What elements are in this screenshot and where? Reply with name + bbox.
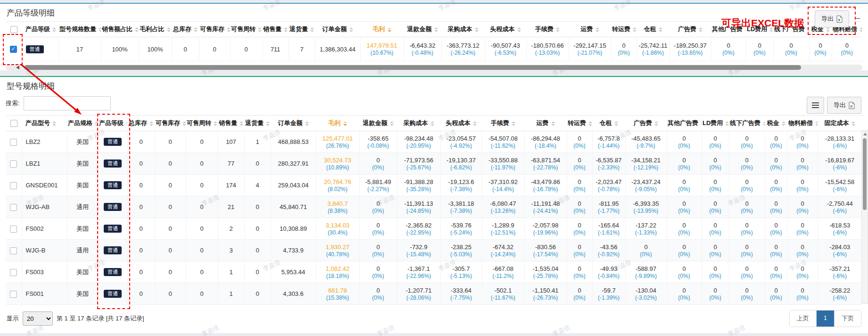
column-header[interactable]: LD费用: [746, 22, 773, 37]
sort-icon[interactable]: [595, 27, 599, 32]
column-header[interactable]: 物料赔偿: [787, 116, 818, 131]
column-header[interactable]: 线下广告费: [729, 116, 765, 131]
column-header[interactable]: 退款金额: [404, 22, 441, 37]
column-header[interactable]: 税金: [765, 116, 787, 131]
sort-icon[interactable]: [349, 27, 353, 32]
column-header[interactable]: 可售周转: [230, 22, 262, 37]
sort-icon[interactable]: [860, 27, 862, 32]
column-header[interactable]: 退货量: [244, 116, 271, 131]
column-header[interactable]: 其他广告费: [667, 116, 702, 131]
sort-icon[interactable]: [126, 121, 127, 126]
sort-icon[interactable]: [633, 27, 637, 32]
scroll-left-arrow-icon[interactable]: [16, 66, 19, 69]
sort-icon[interactable]: [284, 27, 288, 32]
row-checkbox-checked[interactable]: [10, 46, 17, 53]
column-header[interactable]: 产品等级: [22, 22, 58, 37]
current-page-button[interactable]: 1: [816, 311, 834, 327]
column-header[interactable]: 手续费: [482, 116, 524, 131]
column-header[interactable]: LD费用: [702, 116, 729, 131]
row-checkbox[interactable]: [10, 226, 17, 233]
sort-icon[interactable]: [769, 27, 773, 32]
export-button-model[interactable]: 导出 X: [827, 97, 861, 114]
next-page-button[interactable]: 下页: [834, 311, 861, 327]
column-header[interactable]: 手续费: [526, 22, 569, 37]
sort-icon[interactable]: [52, 27, 56, 32]
sort-icon[interactable]: [551, 121, 555, 126]
column-header[interactable]: 头程成本: [440, 116, 482, 131]
export-button-grade[interactable]: 导出 X: [815, 10, 849, 27]
sort-icon[interactable]: [512, 121, 515, 126]
column-header[interactable]: 线下广告费: [773, 22, 809, 37]
sort-icon[interactable]: [475, 27, 479, 32]
row-checkbox[interactable]: [10, 182, 17, 189]
columns-toggle-button[interactable]: [807, 97, 824, 114]
sort-icon[interactable]: [826, 27, 830, 32]
column-header[interactable]: 产品规格: [67, 116, 98, 131]
column-header[interactable]: 退款金额: [359, 116, 397, 131]
sort-icon[interactable]: [701, 121, 702, 126]
vertical-scroll-thumb[interactable]: [863, 138, 867, 210]
sort-icon[interactable]: [556, 27, 560, 32]
column-header[interactable]: 毛利: [360, 22, 404, 37]
column-header[interactable]: 销售额占比: [101, 22, 139, 37]
sort-icon[interactable]: [305, 121, 309, 126]
column-header[interactable]: 可售库存: [199, 22, 230, 37]
column-header[interactable]: 转运费: [567, 116, 592, 131]
sort-icon[interactable]: [851, 121, 855, 126]
sort-icon[interactable]: [745, 27, 746, 32]
sort-icon[interactable]: [654, 121, 658, 126]
column-header[interactable]: 头程成本: [485, 22, 526, 37]
sort-icon[interactable]: [659, 27, 662, 32]
column-header[interactable]: 仓租: [592, 116, 625, 131]
column-header[interactable]: 毛利: [316, 116, 359, 131]
column-header[interactable]: 仓租: [637, 22, 670, 37]
column-header[interactable]: 毛利占比: [139, 22, 172, 37]
column-header[interactable]: 采购成本: [397, 116, 440, 131]
sort-icon[interactable]: [149, 121, 153, 126]
column-header[interactable]: 订单金额: [315, 22, 360, 37]
search-input[interactable]: [24, 96, 111, 110]
column-header[interactable]: 产品等级: [98, 116, 127, 131]
column-header[interactable]: 采购成本: [441, 22, 485, 37]
sort-icon[interactable]: [99, 27, 101, 32]
sort-icon[interactable]: [240, 121, 243, 126]
horizontal-scrollbar[interactable]: [6, 65, 862, 70]
sort-icon[interactable]: [763, 121, 765, 126]
horizontal-scroll-thumb[interactable]: [25, 65, 801, 70]
column-header[interactable]: 总库存: [172, 22, 199, 37]
row-checkbox[interactable]: [10, 247, 17, 254]
column-header[interactable]: 运费: [524, 116, 567, 131]
column-header[interactable]: 销售量: [218, 116, 244, 131]
sort-icon[interactable]: [95, 121, 98, 126]
sort-icon[interactable]: [388, 27, 391, 32]
sort-icon[interactable]: [52, 121, 56, 126]
scroll-up-arrow-icon[interactable]: [863, 133, 867, 135]
sort-icon[interactable]: [214, 121, 217, 126]
sort-icon[interactable]: [807, 27, 809, 32]
sort-icon[interactable]: [343, 121, 347, 126]
column-header[interactable]: 可售库存: [155, 116, 186, 131]
sort-icon[interactable]: [699, 27, 703, 32]
column-header[interactable]: 运费: [569, 22, 611, 37]
sort-icon[interactable]: [266, 121, 270, 126]
column-header[interactable]: 总库存: [127, 116, 155, 131]
column-header[interactable]: 型号规格数量: [58, 22, 101, 37]
sort-icon[interactable]: [725, 121, 729, 126]
sort-icon[interactable]: [782, 121, 785, 126]
column-header[interactable]: 退货量: [289, 22, 315, 37]
sort-icon[interactable]: [167, 27, 171, 32]
column-header[interactable]: 可售周转: [186, 116, 218, 131]
collapse-icon[interactable]: −: [855, 14, 860, 23]
sort-icon[interactable]: [614, 121, 618, 126]
sort-icon[interactable]: [182, 121, 186, 126]
column-header[interactable]: 固定成本: [818, 116, 862, 131]
row-checkbox[interactable]: [10, 120, 17, 127]
page-size-select[interactable]: 20: [23, 311, 53, 326]
column-header[interactable]: 转运费: [611, 22, 637, 37]
column-header[interactable]: 销售量: [262, 22, 289, 37]
sort-icon[interactable]: [517, 27, 521, 32]
sort-icon[interactable]: [227, 27, 230, 32]
column-header[interactable]: 产品型号: [22, 116, 67, 131]
sort-icon[interactable]: [588, 121, 592, 126]
sort-icon[interactable]: [135, 27, 139, 32]
